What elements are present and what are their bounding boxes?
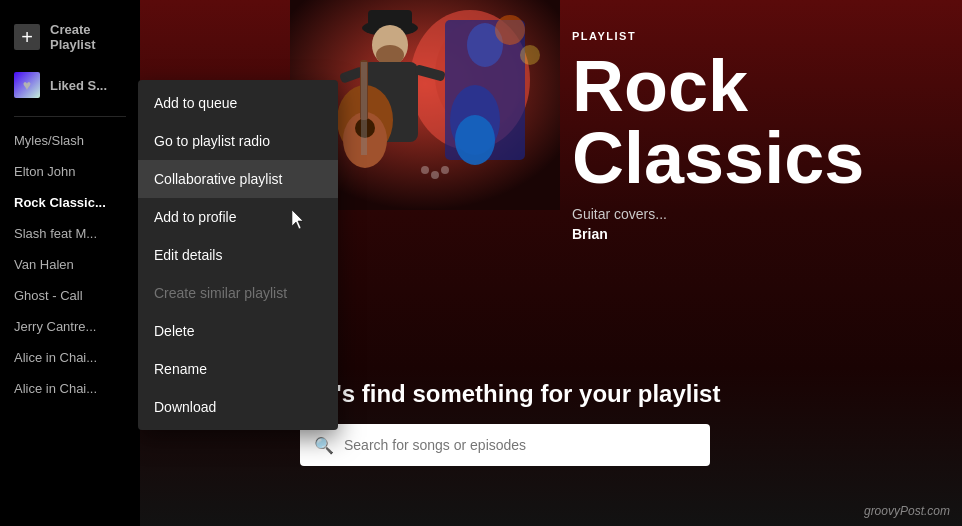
liked-songs-icon: ♥ — [14, 72, 40, 98]
find-title: Let's find something for your playlist — [300, 380, 750, 408]
context-menu-item-create-similar-playlist: Create similar playlist — [138, 274, 338, 312]
context-menu-item-download[interactable]: Download — [138, 388, 338, 426]
svg-point-23 — [421, 166, 429, 174]
search-icon: 🔍 — [314, 436, 334, 455]
playlist-description: Guitar covers... — [572, 206, 932, 222]
liked-songs-label: Liked S... — [50, 78, 107, 93]
context-menu-item-add-to-profile[interactable]: Add to profile — [138, 198, 338, 236]
sidebar-item-rock-classics[interactable]: Rock Classic... — [0, 187, 140, 218]
create-playlist-button[interactable]: + Create Playlist — [0, 12, 140, 62]
playlist-owner: Brian — [572, 226, 932, 242]
sidebar-item-van-halen[interactable]: Van Halen — [0, 249, 140, 280]
context-menu-item-collaborative-playlist[interactable]: Collaborative playlist — [138, 160, 338, 198]
plus-icon: + — [14, 24, 40, 50]
sidebar-item-ghost-call[interactable]: Ghost - Call — [0, 280, 140, 311]
search-input[interactable] — [344, 437, 696, 453]
playlist-title: Rock Classics — [572, 50, 932, 194]
svg-point-21 — [495, 15, 525, 45]
context-menu-item-go-to-playlist-radio[interactable]: Go to playlist radio — [138, 122, 338, 160]
sidebar-item-alice2[interactable]: Alice in Chai... — [0, 373, 140, 404]
liked-songs-item[interactable]: ♥ Liked S... — [0, 62, 140, 108]
find-title-text: et's find something for your playlist — [315, 380, 721, 407]
watermark: groovyPost.com — [864, 504, 950, 518]
playlist-info: PLAYLIST Rock Classics Guitar covers... … — [572, 30, 932, 242]
sidebar: + Create Playlist ♥ Liked S... Myles/Sla… — [0, 0, 140, 526]
context-menu-item-edit-details[interactable]: Edit details — [138, 236, 338, 274]
sidebar-item-jerry[interactable]: Jerry Cantre... — [0, 311, 140, 342]
svg-point-16 — [355, 118, 375, 138]
search-bar: 🔍 — [300, 424, 710, 466]
context-menu: Add to queue Go to playlist radio Collab… — [138, 80, 338, 430]
svg-point-6 — [455, 115, 495, 165]
sidebar-item-alice1[interactable]: Alice in Chai... — [0, 342, 140, 373]
svg-point-24 — [431, 171, 439, 179]
svg-point-25 — [441, 166, 449, 174]
create-playlist-label: Create Playlist — [50, 22, 126, 52]
context-menu-item-add-to-queue[interactable]: Add to queue — [138, 84, 338, 122]
find-section: Let's find something for your playlist 🔍 — [300, 380, 750, 466]
sidebar-divider — [14, 116, 126, 117]
sidebar-playlist-list: Myles/Slash Elton John Rock Classic... S… — [0, 125, 140, 526]
context-menu-item-rename[interactable]: Rename — [138, 350, 338, 388]
svg-point-22 — [520, 45, 540, 65]
sidebar-item-slash-feat[interactable]: Slash feat M... — [0, 218, 140, 249]
context-menu-item-delete[interactable]: Delete — [138, 312, 338, 350]
sidebar-item-elton-john[interactable]: Elton John — [0, 156, 140, 187]
sidebar-item-myles-slash[interactable]: Myles/Slash — [0, 125, 140, 156]
playlist-type-label: PLAYLIST — [572, 30, 932, 42]
